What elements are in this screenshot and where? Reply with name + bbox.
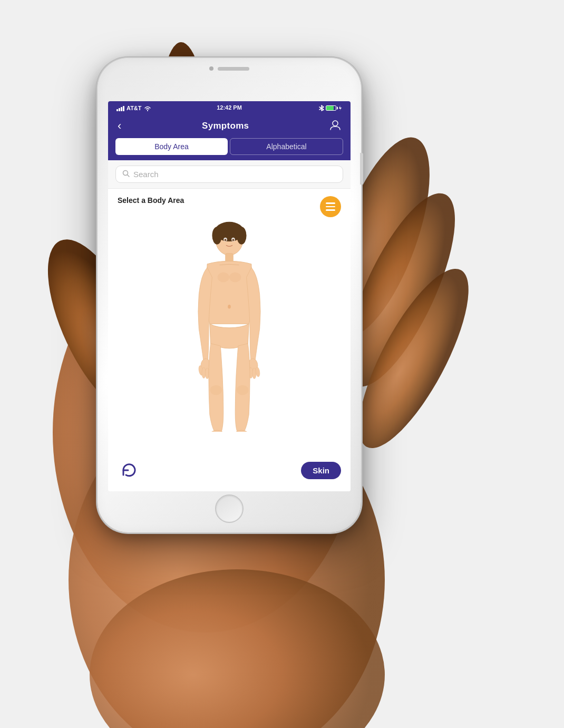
menu-line-2 — [326, 206, 335, 208]
svg-point-21 — [225, 239, 227, 241]
menu-line-3 — [326, 209, 335, 211]
select-body-area-label: Select a Body Area — [118, 196, 341, 205]
svg-point-24 — [218, 273, 229, 283]
menu-button[interactable] — [320, 196, 341, 217]
back-button[interactable]: ‹ — [118, 120, 121, 132]
tab-body-area[interactable]: Body Area — [115, 138, 228, 155]
body-content: Select a Body Area — [108, 189, 351, 451]
phone-frame: AT&T 12:42 PM — [98, 58, 361, 532]
bluetooth-icon — [319, 105, 324, 111]
charging-icon — [338, 105, 342, 111]
svg-point-39 — [237, 385, 248, 395]
battery-icon — [326, 105, 336, 111]
bottom-row: Skin — [108, 451, 351, 491]
search-container: Search — [108, 160, 351, 189]
search-magnifier-icon — [122, 170, 130, 177]
power-button — [360, 153, 363, 185]
phone-screen: AT&T 12:42 PM — [108, 101, 351, 491]
signal-bars — [116, 105, 124, 111]
svg-point-17 — [212, 227, 222, 244]
status-bar-time: 12:42 PM — [217, 104, 242, 111]
search-icon — [122, 170, 130, 179]
rotate-button[interactable] — [118, 459, 141, 482]
svg-point-25 — [229, 273, 241, 283]
status-bar-left: AT&T — [116, 105, 151, 111]
signal-bar-3 — [121, 107, 122, 111]
status-bar-right — [319, 105, 342, 111]
camera-dot — [209, 66, 213, 71]
svg-point-18 — [237, 227, 247, 244]
tab-alphabetical[interactable]: Alphabetical — [230, 138, 343, 155]
tab-bar: Body Area Alphabetical — [108, 138, 351, 160]
search-placeholder-text: Search — [133, 170, 159, 179]
speaker-bar — [218, 67, 249, 71]
svg-line-14 — [128, 175, 130, 177]
signal-bar-2 — [119, 108, 120, 111]
signal-bar-1 — [116, 109, 118, 111]
body-figure-container[interactable] — [118, 209, 341, 444]
nav-title: Symptoms — [202, 121, 249, 131]
profile-button[interactable] — [329, 119, 341, 133]
svg-point-37 — [210, 385, 222, 395]
svg-point-12 — [333, 121, 338, 126]
menu-line-1 — [326, 202, 335, 204]
svg-point-22 — [232, 239, 235, 241]
skin-button[interactable]: Skin — [301, 462, 341, 479]
nav-bar: ‹ Symptoms — [108, 114, 351, 138]
phone-notch — [209, 66, 249, 71]
wifi-icon — [144, 105, 151, 111]
profile-icon — [329, 119, 341, 131]
rotate-left-icon — [119, 460, 139, 480]
search-input-wrap[interactable]: Search — [115, 166, 343, 183]
battery-fill — [326, 106, 334, 110]
human-body-figure[interactable] — [187, 221, 271, 432]
svg-point-26 — [228, 305, 231, 308]
carrier-name: AT&T — [127, 105, 142, 111]
status-bar: AT&T 12:42 PM — [108, 101, 351, 114]
signal-bar-4 — [123, 106, 124, 111]
home-button[interactable] — [215, 494, 244, 523]
